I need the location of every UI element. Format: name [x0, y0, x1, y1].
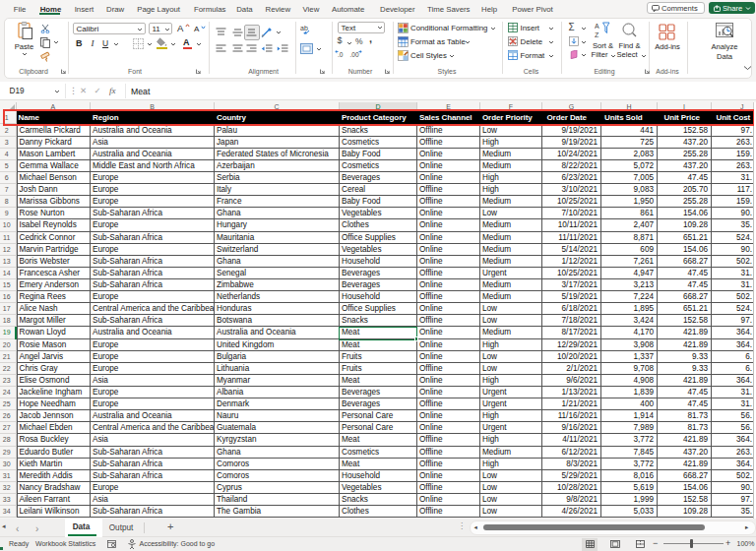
svg-text:.00: .00	[350, 51, 359, 58]
svg-text:A: A	[595, 23, 599, 30]
svg-text:ab: ab	[300, 25, 308, 31]
svg-text:.0: .0	[338, 51, 344, 58]
svg-text:Z: Z	[595, 31, 599, 38]
